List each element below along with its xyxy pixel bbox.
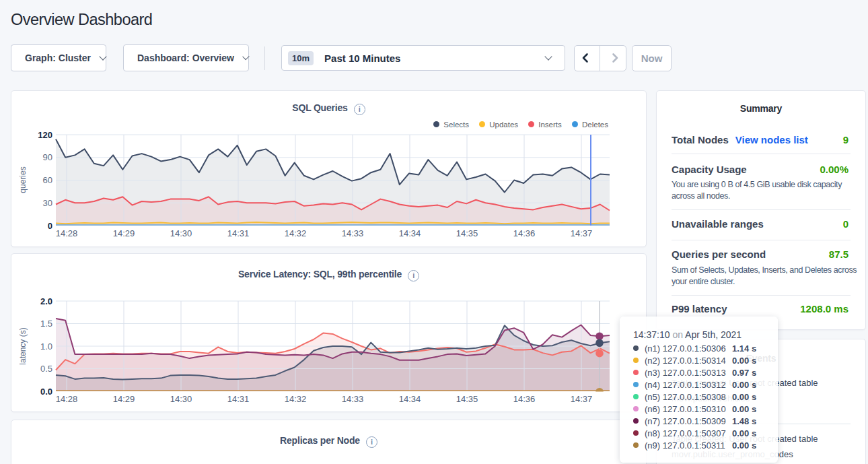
svg-text:14:35: 14:35 xyxy=(456,228,478,238)
svg-text:14:34: 14:34 xyxy=(399,394,421,404)
svg-text:0.0: 0.0 xyxy=(40,387,52,397)
svg-text:14:32: 14:32 xyxy=(285,394,307,404)
svg-text:queries: queries xyxy=(18,166,28,193)
svg-text:60: 60 xyxy=(43,175,52,185)
svg-text:14:28: 14:28 xyxy=(56,394,78,404)
svg-text:14:32: 14:32 xyxy=(285,228,307,238)
svg-text:1.5: 1.5 xyxy=(40,319,52,329)
svg-text:14:33: 14:33 xyxy=(342,228,364,238)
svg-text:1.0: 1.0 xyxy=(40,341,52,352)
svg-text:14:36: 14:36 xyxy=(513,394,536,404)
svg-text:0: 0 xyxy=(48,221,52,231)
svg-text:2.0: 2.0 xyxy=(40,296,52,306)
svg-text:latency (s): latency (s) xyxy=(18,327,28,364)
svg-text:14:34: 14:34 xyxy=(399,228,421,238)
svg-text:0.5: 0.5 xyxy=(40,364,52,374)
svg-text:14:37: 14:37 xyxy=(571,228,593,238)
svg-text:14:29: 14:29 xyxy=(113,228,135,238)
svg-text:120: 120 xyxy=(38,130,52,140)
svg-text:14:31: 14:31 xyxy=(227,394,250,404)
svg-text:14:28: 14:28 xyxy=(56,228,78,238)
svg-text:14:29: 14:29 xyxy=(113,394,135,404)
svg-text:30: 30 xyxy=(43,198,52,208)
svg-text:14:35: 14:35 xyxy=(456,394,478,404)
svg-text:14:30: 14:30 xyxy=(170,394,192,404)
svg-text:14:37: 14:37 xyxy=(571,394,593,404)
svg-text:14:36: 14:36 xyxy=(513,228,536,238)
svg-text:14:31: 14:31 xyxy=(227,228,250,238)
svg-text:14:33: 14:33 xyxy=(342,394,364,404)
svg-text:90: 90 xyxy=(43,152,52,162)
svg-text:14:30: 14:30 xyxy=(170,228,192,238)
